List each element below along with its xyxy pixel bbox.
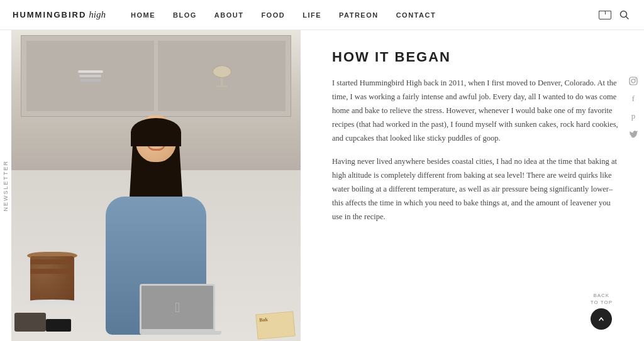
nav-about[interactable]: ABOUT (214, 11, 244, 19)
logo-main-text: HUMMINGBIRD (13, 10, 86, 19)
article-paragraph-2: Having never lived anywhere besides coas… (332, 155, 619, 224)
newsletter-sidebar[interactable]: NEWSLETTER (0, 30, 11, 341)
nav-patreon[interactable]: PATREON (339, 11, 379, 19)
svg-point-5 (597, 315, 606, 323)
logo-italic-text: high (89, 9, 106, 20)
facebook-icon[interactable]: f (628, 93, 639, 104)
article-paragraph-1: I started Hummingbird High back in 2011,… (332, 77, 619, 145)
main-nav: HOME BLOG ABOUT FOOD LIFE PATREON CONTAC… (131, 11, 597, 19)
search-icon[interactable] (618, 8, 631, 22)
book-item: Bak (255, 311, 295, 339)
article-body: I started Hummingbird High back in 2011,… (332, 77, 619, 224)
article-title: HOW IT BEGAN (332, 49, 619, 65)
phone-item (46, 319, 71, 332)
site-logo[interactable]: HUMMINGBIRD high (13, 9, 106, 20)
svg-point-3 (631, 79, 635, 83)
nav-life[interactable]: LIFE (303, 11, 321, 19)
social-sidebar: f p (628, 75, 639, 139)
camera-item (14, 313, 46, 332)
folder-icon[interactable] (597, 8, 611, 22)
main-content:  Bak HOW IT BEGAN I started Hummingbird… (11, 30, 644, 341)
newsletter-label: NEWSLETTER (3, 160, 9, 212)
back-to-top-circle[interactable] (591, 308, 612, 330)
svg-point-4 (635, 78, 636, 80)
instagram-icon[interactable] (628, 75, 639, 87)
back-to-top-button[interactable]: BACKTO TOP (591, 292, 613, 330)
person-photo:  (62, 109, 250, 341)
nav-home[interactable]: HOME (131, 11, 155, 19)
pinterest-icon[interactable]: p (628, 111, 639, 122)
back-to-top-label: BACKTO TOP (591, 292, 613, 306)
twitter-icon[interactable] (628, 128, 639, 139)
hero-photo:  Bak (11, 30, 301, 341)
site-header: HUMMINGBIRD high HOME BLOG ABOUT FOOD LI… (0, 0, 644, 30)
nav-food[interactable]: FOOD (261, 11, 285, 19)
svg-line-1 (626, 16, 629, 19)
nav-icons-group (597, 8, 631, 22)
nav-blog[interactable]: BLOG (173, 11, 197, 19)
nav-contact[interactable]: CONTACT (396, 11, 436, 19)
svg-rect-2 (630, 77, 637, 85)
